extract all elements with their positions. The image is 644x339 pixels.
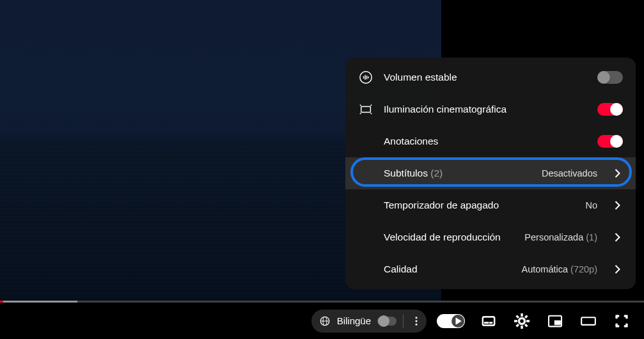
theater-mode-button[interactable] xyxy=(575,308,602,335)
fullscreen-button[interactable] xyxy=(608,308,635,335)
chevron-right-icon xyxy=(611,233,623,242)
svg-rect-23 xyxy=(527,320,530,322)
bilingual-toggle[interactable] xyxy=(377,317,397,326)
svg-rect-29 xyxy=(554,320,560,325)
chevron-right-icon xyxy=(611,201,623,210)
svg-rect-22 xyxy=(514,320,517,322)
svg-line-6 xyxy=(360,105,361,106)
play-icon xyxy=(452,315,464,327)
stable-volume-icon xyxy=(358,70,373,85)
video-player: Volumen estable Iluminación cinematográf… xyxy=(0,0,644,339)
settings-row-stable-volume[interactable]: Volumen estable xyxy=(345,61,636,93)
bilingual-label: Bilingüe xyxy=(337,315,371,326)
speed-label: Velocidad de reproducción xyxy=(384,232,514,243)
bilingual-divider xyxy=(403,314,404,328)
stable-volume-label: Volumen estable xyxy=(384,72,587,83)
settings-row-ambient[interactable]: Iluminación cinematográfica xyxy=(345,93,636,125)
ambient-switch[interactable] xyxy=(597,103,623,116)
globe-icon xyxy=(319,315,331,327)
svg-rect-21 xyxy=(521,326,523,328)
svg-point-14 xyxy=(416,320,418,322)
speed-value: Personalizada (1) xyxy=(524,232,597,242)
sleep-timer-value: No xyxy=(585,200,597,210)
ambient-icon xyxy=(358,102,373,117)
control-bar: Bilingüe xyxy=(0,303,644,339)
svg-rect-1 xyxy=(363,76,364,79)
captions-button[interactable] xyxy=(475,308,502,335)
svg-point-0 xyxy=(360,72,372,83)
settings-row-quality[interactable]: Calidad Automática (720p) xyxy=(345,253,636,285)
quality-value-main: Automática xyxy=(522,264,569,274)
miniplayer-button[interactable] xyxy=(542,308,569,335)
svg-rect-24 xyxy=(524,315,528,318)
svg-point-15 xyxy=(416,323,418,325)
settings-row-subtitles[interactable]: Subtítulos (2) Desactivados xyxy=(345,157,636,189)
speed-value-main: Personalizada xyxy=(524,232,583,242)
quality-label: Calidad xyxy=(384,264,512,275)
svg-rect-19 xyxy=(490,322,492,323)
svg-rect-27 xyxy=(524,324,528,327)
ambient-label: Iluminación cinematográfica xyxy=(384,104,587,115)
annotations-label: Anotaciones xyxy=(384,136,587,147)
more-vertical-icon[interactable] xyxy=(410,315,423,327)
subtitles-label-text: Subtítulos xyxy=(384,168,428,178)
svg-point-13 xyxy=(416,317,418,319)
svg-line-9 xyxy=(370,113,372,114)
chevron-right-icon xyxy=(611,169,623,178)
svg-rect-30 xyxy=(581,317,595,325)
bilingual-pill[interactable]: Bilingüe xyxy=(311,310,427,333)
autoplay-toggle-button[interactable] xyxy=(433,308,469,335)
svg-rect-18 xyxy=(484,322,489,323)
settings-button[interactable] xyxy=(508,308,535,335)
svg-rect-20 xyxy=(521,313,523,316)
svg-rect-25 xyxy=(516,324,519,327)
settings-row-annotations[interactable]: Anotaciones xyxy=(345,125,636,157)
svg-rect-3 xyxy=(366,75,367,79)
subtitles-label: Subtítulos (2) xyxy=(384,168,531,179)
svg-rect-26 xyxy=(516,315,519,318)
autoplay-toggle[interactable] xyxy=(437,314,465,328)
stable-volume-switch[interactable] xyxy=(597,71,623,84)
svg-rect-4 xyxy=(368,77,368,79)
quality-value: Automática (720p) xyxy=(522,264,597,274)
svg-rect-2 xyxy=(365,75,365,79)
svg-rect-5 xyxy=(361,106,371,112)
settings-row-sleep-timer[interactable]: Temporizador de apagado No xyxy=(345,189,636,221)
svg-line-7 xyxy=(370,105,372,106)
subtitles-count: (2) xyxy=(430,168,443,178)
settings-menu: Volumen estable Iluminación cinematográf… xyxy=(345,58,636,289)
speed-value-detail: (1) xyxy=(586,232,597,242)
sleep-timer-label: Temporizador de apagado xyxy=(384,200,575,211)
quality-value-detail: (720p) xyxy=(570,264,597,274)
settings-row-speed[interactable]: Velocidad de reproducción Personalizada … xyxy=(345,221,636,253)
chevron-right-icon xyxy=(611,265,623,274)
annotations-switch[interactable] xyxy=(597,135,623,148)
svg-line-8 xyxy=(360,113,361,114)
subtitles-value: Desactivados xyxy=(542,168,597,178)
